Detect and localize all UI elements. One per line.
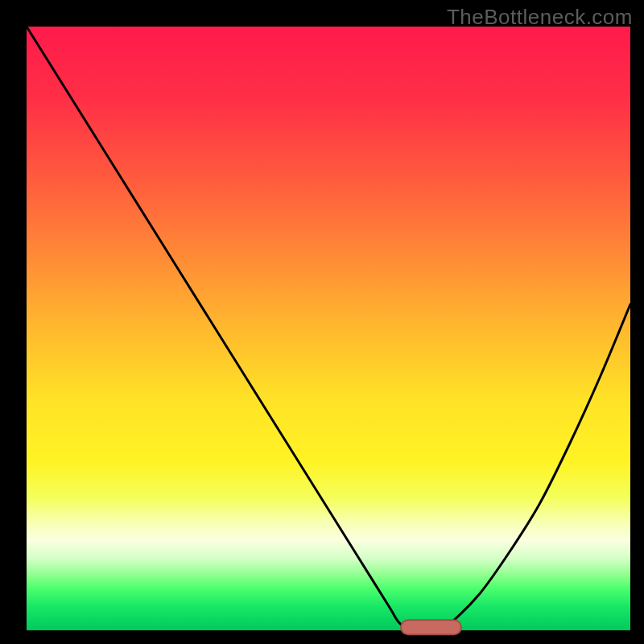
plot-background xyxy=(27,27,630,630)
optimum-segment xyxy=(401,620,461,634)
chart-frame: TheBottleneck.com xyxy=(0,0,644,644)
bottleneck-chart xyxy=(0,0,644,644)
watermark-text: TheBottleneck.com xyxy=(447,5,633,30)
